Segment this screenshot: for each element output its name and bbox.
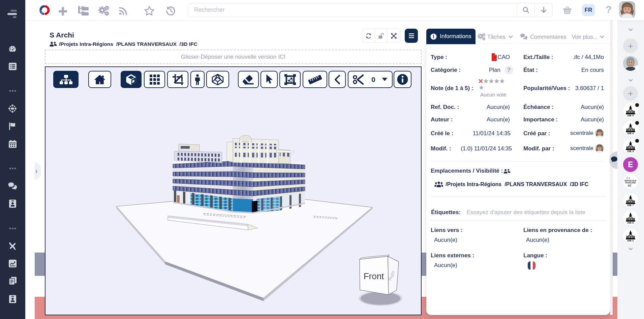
svg-text:RÉPUBLIQUE: RÉPUBLIQUE — [624, 179, 637, 182]
svg-text:DIE 7: DIE 7 — [627, 204, 634, 207]
svg-text:Front: Front — [364, 271, 384, 281]
svg-text:DIE 2: DIE 2 — [627, 239, 634, 242]
svg-text:DIE 4: DIE 4 — [627, 132, 634, 135]
svg-text:FRANÇAISE: FRANÇAISE — [625, 182, 636, 184]
svg-text:DIE 3: DIE 3 — [627, 150, 634, 153]
svg-text:DIE 5: DIE 5 — [627, 114, 634, 117]
svg-text:DIE 6: DIE 6 — [627, 221, 634, 224]
